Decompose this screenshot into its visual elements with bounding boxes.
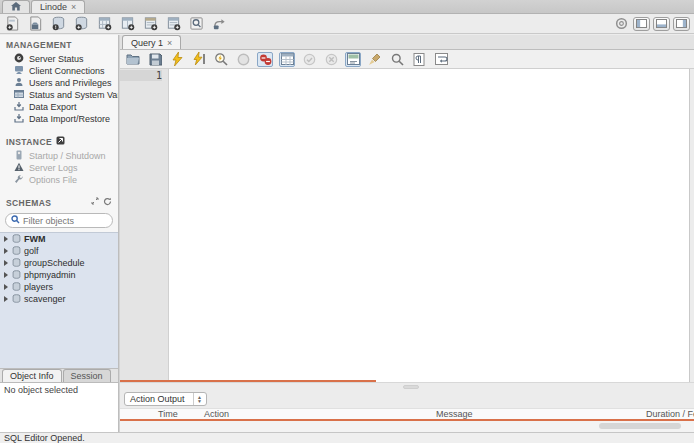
col-message[interactable]: Message	[432, 409, 642, 419]
new-schema-icon[interactable]	[73, 16, 90, 32]
object-info-text: No object selected	[4, 385, 78, 395]
refresh-schemas-icon[interactable]	[103, 197, 112, 208]
activity-indicator-icon	[613, 16, 630, 32]
schema-name: golf	[24, 246, 39, 256]
rollback-icon[interactable]	[323, 52, 339, 67]
schema-item-golf[interactable]: golf	[0, 245, 118, 257]
new-sql-tab-icon[interactable]	[4, 16, 21, 32]
toggle-autocommit-icon[interactable]	[345, 52, 361, 67]
schema-filter-input[interactable]	[23, 216, 103, 226]
sidebar-item-server-status[interactable]: Server Status	[0, 53, 118, 65]
sidebar-item-startup-shutdown[interactable]: Startup / Shutdown	[0, 150, 118, 162]
execute-current-icon[interactable]	[191, 52, 207, 67]
tab-object-info[interactable]: Object Info	[2, 369, 62, 382]
find-icon[interactable]	[389, 52, 405, 67]
toggle-left-panel-button[interactable]	[633, 17, 650, 31]
sidebar-item-users-privileges[interactable]: Users and Privileges	[0, 77, 118, 89]
sidebar-item-label: Data Import/Restore	[29, 114, 110, 124]
new-schema-info-icon[interactable]	[50, 16, 67, 32]
instance-title: INSTANCE	[6, 137, 52, 147]
connections-icon	[14, 65, 24, 77]
schema-name: phpmyadmin	[24, 270, 76, 280]
tab-query-1[interactable]: Query 1 ×	[122, 35, 181, 49]
sidebar-item-label: Users and Privileges	[29, 78, 112, 88]
tab-label: Session	[71, 371, 103, 381]
status-text: SQL Editor Opened.	[4, 433, 85, 443]
schema-item-players[interactable]: players	[0, 281, 118, 293]
beautify-icon[interactable]	[367, 52, 383, 67]
schema-icon	[12, 246, 21, 257]
schema-item-scavenger[interactable]: scavenger	[0, 293, 118, 305]
save-icon[interactable]	[147, 52, 163, 67]
col-time[interactable]: Time	[154, 409, 200, 419]
schemas-section-header: SCHEMAS	[0, 192, 118, 211]
tab-home[interactable]	[2, 0, 30, 13]
col-action[interactable]: Action	[200, 409, 432, 419]
sidebar-item-label: Server Status	[29, 54, 84, 64]
sidebar-item-server-logs[interactable]: Server Logs	[0, 162, 118, 174]
explain-icon[interactable]	[213, 52, 229, 67]
open-file-icon[interactable]	[125, 52, 141, 67]
sidebar-item-status-system-variables[interactable]: Status and System Variables	[0, 89, 118, 101]
output-type-select[interactable]: Action Output ▲▼	[124, 392, 207, 406]
code-area[interactable]	[169, 69, 689, 382]
sql-editor[interactable]: 1	[120, 69, 694, 382]
invisible-characters-icon[interactable]	[411, 52, 427, 67]
sidebar-item-options-file[interactable]: Options File	[0, 174, 118, 186]
toggle-stop-on-error-icon[interactable]	[257, 52, 273, 67]
limit-rows-icon[interactable]	[279, 52, 295, 67]
schema-icon	[12, 282, 21, 293]
output-table-header: Time Action Message Duration / Fetch	[120, 408, 694, 421]
chevron-right-icon[interactable]	[4, 272, 8, 278]
search-table-data-icon[interactable]	[188, 16, 205, 32]
col-duration[interactable]: Duration / Fetch	[642, 409, 694, 419]
home-icon	[11, 2, 21, 13]
gauge-icon	[14, 53, 24, 65]
schema-icon	[12, 270, 21, 281]
chevron-right-icon[interactable]	[4, 236, 8, 242]
output-scrollbar[interactable]	[120, 421, 694, 432]
sidebar-item-client-connections[interactable]: Client Connections	[0, 65, 118, 77]
splitter-grip-icon[interactable]	[403, 385, 419, 389]
commit-icon[interactable]	[301, 52, 317, 67]
scrollbar-thumb[interactable]	[599, 423, 681, 429]
toggle-bottom-panel-button[interactable]	[653, 17, 670, 31]
sidebar-item-data-import[interactable]: Data Import/Restore	[0, 113, 118, 125]
new-procedure-icon[interactable]	[142, 16, 159, 32]
schema-name: FWM	[24, 234, 46, 244]
schema-item-fwm[interactable]: FWM	[0, 233, 118, 245]
schema-icon	[12, 294, 21, 305]
stop-icon[interactable]	[235, 52, 251, 67]
schema-item-groupschedule[interactable]: groupSchedule	[0, 257, 118, 269]
sidebar-item-label: Options File	[29, 175, 77, 185]
toggle-right-panel-button[interactable]	[673, 17, 690, 31]
execute-icon[interactable]	[169, 52, 185, 67]
schema-item-phpmyadmin[interactable]: phpmyadmin	[0, 269, 118, 281]
open-sql-script-icon[interactable]	[27, 16, 44, 32]
sql-editor-toolbar	[120, 50, 694, 69]
reconnect-dbms-icon[interactable]	[211, 16, 228, 32]
chevron-right-icon[interactable]	[4, 284, 8, 290]
chevron-right-icon[interactable]	[4, 248, 8, 254]
tab-label: Query 1	[131, 38, 163, 48]
chevron-right-icon[interactable]	[4, 296, 8, 302]
export-icon	[14, 101, 24, 113]
sidebar-item-data-export[interactable]: Data Export	[0, 101, 118, 113]
expand-panel-icon[interactable]	[91, 197, 99, 208]
tab-linode[interactable]: Linode ×	[31, 0, 85, 13]
close-icon[interactable]: ×	[71, 2, 76, 12]
status-bar: SQL Editor Opened.	[0, 432, 694, 443]
power-icon	[14, 150, 24, 162]
sidebar-item-label: Startup / Shutdown	[29, 151, 106, 161]
wrap-text-icon[interactable]	[433, 52, 449, 67]
new-view-icon[interactable]	[119, 16, 136, 32]
tab-session[interactable]: Session	[63, 369, 111, 382]
close-icon[interactable]: ×	[167, 38, 172, 48]
stepper-icon[interactable]: ▲▼	[193, 393, 206, 405]
output-splitter[interactable]	[120, 382, 694, 390]
tab-label: Linode	[40, 2, 67, 12]
new-table-icon[interactable]	[96, 16, 113, 32]
new-function-icon[interactable]	[165, 16, 182, 32]
schema-name: scavenger	[24, 294, 66, 304]
chevron-right-icon[interactable]	[4, 260, 8, 266]
